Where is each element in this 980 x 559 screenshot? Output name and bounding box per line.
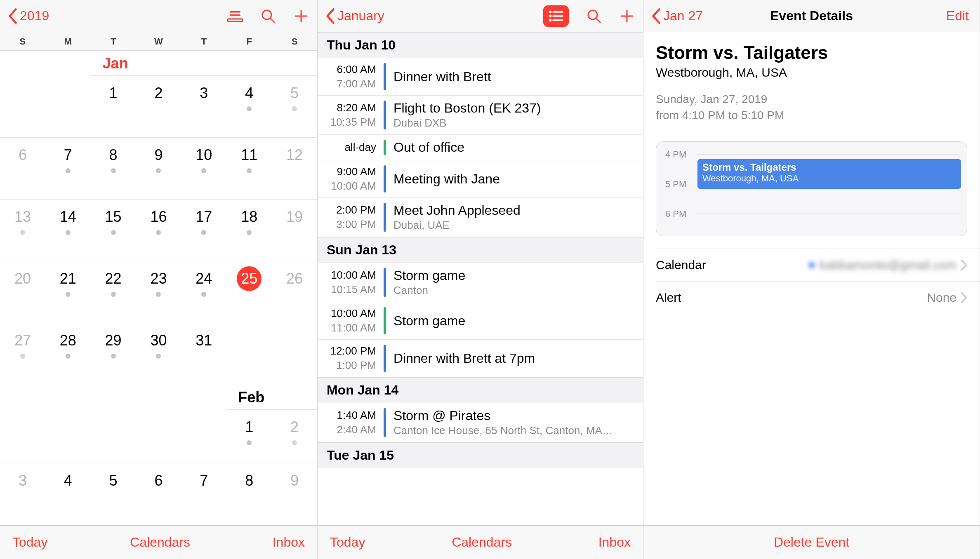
- day-cell[interactable]: 4: [45, 463, 91, 517]
- agenda-event-row[interactable]: all-dayOut of office: [318, 135, 643, 160]
- list-bullets-icon: [549, 10, 563, 22]
- day-cell[interactable]: 5: [91, 463, 136, 517]
- agenda-event-row[interactable]: 10:00 AM11:00 AMStorm game: [318, 302, 643, 340]
- day-cell[interactable]: 8: [91, 137, 136, 199]
- calendar-dot-icon: [809, 262, 815, 268]
- day-cell[interactable]: 14: [45, 199, 91, 261]
- day-cell[interactable]: 18: [226, 199, 272, 261]
- day-cell[interactable]: 20: [0, 261, 45, 323]
- day-cell[interactable]: 12: [272, 137, 317, 199]
- day-cell[interactable]: 25: [226, 261, 272, 323]
- agenda-event-row[interactable]: 9:00 AM10:00 AMMeeting with Jane: [318, 160, 643, 198]
- day-cell[interactable]: 17: [181, 199, 226, 261]
- back-to-year-button[interactable]: 2019: [8, 8, 49, 24]
- day-cell[interactable]: 13: [0, 199, 45, 261]
- event-color-bar: [384, 345, 386, 372]
- day-number: 4: [237, 81, 261, 106]
- add-event-button[interactable]: [293, 8, 309, 24]
- day-cell[interactable]: 31: [181, 323, 226, 385]
- day-cell[interactable]: 1: [91, 75, 136, 137]
- event-end-time: 10:15 AM: [318, 283, 376, 296]
- timeline-event-block[interactable]: Storm vs. Tailgaters Westborough, MA, US…: [697, 159, 961, 189]
- day-number: 11: [237, 143, 261, 167]
- inbox-button[interactable]: Inbox: [273, 535, 305, 550]
- day-cell[interactable]: 7: [181, 463, 226, 517]
- agenda-event-row[interactable]: 1:40 AM2:40 AMStorm @ PiratesCanton Ice …: [318, 403, 643, 442]
- day-cell[interactable]: 6: [136, 463, 181, 517]
- agenda-event-row[interactable]: 12:00 PM1:00 PMDinner with Brett at 7pm: [318, 340, 643, 377]
- day-cell[interactable]: 5: [272, 75, 317, 137]
- event-color-bar: [384, 140, 386, 155]
- day-cell[interactable]: 6: [0, 137, 45, 199]
- event-date: Sunday, Jan 27, 2019: [656, 91, 967, 107]
- day-cell[interactable]: 27: [0, 323, 45, 385]
- calendars-button[interactable]: Calendars: [130, 535, 190, 550]
- detail-body: Storm vs. Tailgaters Westborough, MA, US…: [643, 32, 980, 525]
- event-start-time: 2:00 PM: [318, 204, 376, 216]
- day-cell[interactable]: 4: [226, 75, 272, 137]
- day-number: 12: [282, 143, 307, 167]
- month-grid-scroll[interactable]: Jan1234567891011121314151617181920212223…: [0, 51, 317, 525]
- day-cell[interactable]: 16: [136, 199, 181, 261]
- day-cell[interactable]: 23: [136, 261, 181, 323]
- day-cell[interactable]: 28: [45, 323, 91, 385]
- event-title: Out of office: [393, 140, 464, 155]
- day-cell[interactable]: 19: [272, 199, 317, 261]
- month-tabbar: Today Calendars Inbox: [0, 525, 317, 559]
- day-cell[interactable]: 1: [226, 409, 272, 463]
- event-allday-label: all-day: [318, 141, 376, 154]
- agenda-section-header: Thu Jan 10: [318, 32, 643, 58]
- agenda-event-row[interactable]: 8:20 AM10:35 PMFlight to Boston (EK 237)…: [318, 96, 643, 135]
- list-view-toggle[interactable]: [543, 5, 569, 27]
- chevron-left-icon: [326, 8, 335, 24]
- today-button[interactable]: Today: [12, 535, 47, 550]
- event-detail-pane: Jan 27 Event Details Edit Storm vs. Tail…: [643, 0, 980, 559]
- mini-timeline[interactable]: 4 PM 5 PM 6 PM Storm vs. Tailgaters West…: [656, 141, 967, 236]
- delete-event-button[interactable]: Delete Event: [774, 535, 849, 550]
- day-number: 30: [146, 328, 171, 353]
- edit-button[interactable]: Edit: [946, 8, 969, 23]
- day-cell[interactable]: 3: [181, 75, 226, 137]
- day-cell[interactable]: 29: [91, 323, 136, 385]
- day-cell[interactable]: 8: [226, 463, 272, 517]
- add-event-button[interactable]: [619, 8, 635, 24]
- event-dot-icon: [156, 292, 161, 297]
- agenda-list[interactable]: Thu Jan 106:00 AM7:00 AMDinner with Bret…: [318, 32, 643, 525]
- setting-row-calendar[interactable]: Calendarkabbamonte@gmail.com: [656, 249, 980, 282]
- day-cell[interactable]: 22: [91, 261, 136, 323]
- day-cell[interactable]: 9: [136, 137, 181, 199]
- today-button[interactable]: Today: [330, 535, 365, 550]
- month-navbar: 2019: [0, 0, 317, 32]
- day-cell[interactable]: 24: [181, 261, 226, 323]
- setting-row-alert[interactable]: AlertNone: [656, 282, 980, 314]
- day-cell[interactable]: 26: [272, 261, 317, 323]
- back-to-month-button[interactable]: January: [326, 8, 384, 24]
- back-to-day-button[interactable]: Jan 27: [652, 8, 703, 24]
- event-times: 10:00 AM10:15 AM: [318, 268, 384, 297]
- event-color-bar: [384, 307, 386, 334]
- view-mode-button[interactable]: [227, 8, 243, 24]
- calendars-button[interactable]: Calendars: [452, 535, 512, 550]
- agenda-event-row[interactable]: 10:00 AM10:15 AMStorm gameCanton: [318, 263, 643, 302]
- weekday-label: W: [136, 36, 181, 47]
- agenda-event-row[interactable]: 6:00 AM7:00 AMDinner with Brett: [318, 58, 643, 96]
- day-number: 7: [56, 143, 80, 167]
- day-cell[interactable]: 15: [91, 199, 136, 261]
- day-cell[interactable]: 11: [226, 137, 272, 199]
- detail-navbar: Jan 27 Event Details Edit: [643, 0, 980, 32]
- setting-value: None: [927, 291, 956, 305]
- day-cell[interactable]: 3: [0, 463, 45, 517]
- inbox-button[interactable]: Inbox: [598, 535, 631, 550]
- day-number: 28: [56, 328, 80, 353]
- day-cell[interactable]: 9: [272, 463, 317, 517]
- search-button[interactable]: [586, 8, 602, 24]
- day-cell[interactable]: 2: [136, 75, 181, 137]
- agenda-event-row[interactable]: 2:00 PM3:00 PMMeet John AppleseedDubai, …: [318, 198, 643, 237]
- day-cell[interactable]: 7: [45, 137, 91, 199]
- day-cell[interactable]: 30: [136, 323, 181, 385]
- day-cell[interactable]: 21: [45, 261, 91, 323]
- day-cell[interactable]: 2: [272, 409, 317, 463]
- event-body: Meeting with Jane: [393, 165, 504, 193]
- search-button[interactable]: [260, 8, 276, 24]
- day-cell[interactable]: 10: [181, 137, 226, 199]
